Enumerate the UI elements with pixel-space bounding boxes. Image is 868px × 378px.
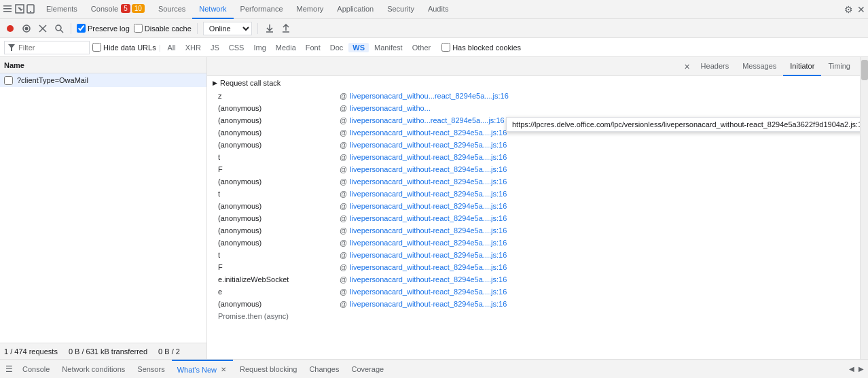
stack-link[interactable]: livepersonacard_witho...react_8294e5a...… — [350, 116, 504, 124]
tab-network[interactable]: Network — [192, 0, 233, 19]
stack-link[interactable]: livepersonacard_without-react_8294e5a...… — [350, 153, 507, 161]
stop-button[interactable] — [20, 22, 33, 35]
stack-row-4[interactable]: (anonymous) @ livepersonacard_without-re… — [207, 139, 860, 151]
stack-link[interactable]: livepersonacard_without-react_8294e5a...… — [350, 251, 507, 259]
stack-link[interactable]: livepersonacard_without-react_8294e5a...… — [350, 190, 507, 198]
tab-elements[interactable]: Elements — [39, 0, 84, 19]
stack-row-3[interactable]: (anonymous) @ livepersonacard_without-re… — [207, 126, 860, 139]
filter-input[interactable] — [18, 44, 86, 52]
panel-close-button[interactable]: × — [680, 60, 693, 73]
stack-link[interactable]: livepersonacard_withou...react_8294e5a..… — [350, 92, 509, 100]
devtools-device-icon[interactable] — [26, 4, 35, 15]
export-button[interactable] — [280, 22, 292, 35]
stack-row-12[interactable]: (anonymous) @ livepersonacard_without-re… — [207, 237, 860, 249]
disable-cache-checkbox[interactable]: Disable cache — [134, 24, 192, 33]
stack-link[interactable]: livepersonacard_without-react_8294e5a...… — [350, 239, 507, 247]
filter-all[interactable]: All — [164, 43, 180, 52]
panel-tab-headers[interactable]: Headers — [694, 57, 736, 76]
panel-tab-initiator[interactable]: Initiator — [783, 57, 821, 76]
bottom-tab-sensors[interactable]: Sensors — [132, 360, 170, 379]
filter-ws[interactable]: WS — [348, 43, 369, 52]
bottom-tab-changes[interactable]: Changes — [304, 360, 344, 379]
stack-link[interactable]: livepersonacard_without-react_8294e5a...… — [350, 128, 507, 137]
panel-tab-timing[interactable]: Timing — [821, 57, 857, 76]
stack-row-1[interactable]: (anonymous) @ livepersonacard_witho... — [207, 102, 860, 114]
stack-row-13[interactable]: t @ livepersonacard_without-react_8294e5… — [207, 249, 860, 261]
search-button[interactable] — [53, 22, 65, 35]
stack-link[interactable]: livepersonacard_without-react_8294e5a...… — [350, 202, 507, 210]
stack-link[interactable]: livepersonacard_without-react_8294e5a...… — [350, 263, 507, 271]
close-devtools-icon[interactable]: ✕ — [857, 4, 865, 15]
filter-xhr[interactable]: XHR — [181, 43, 205, 52]
stack-row-14[interactable]: F @ livepersonacard_without-react_8294e5… — [207, 261, 860, 273]
stack-row-5[interactable]: t @ livepersonacard_without-react_8294e5… — [207, 151, 860, 163]
svg-rect-2 — [3, 11, 12, 12]
bottom-tab-request-blocking[interactable]: Request blocking — [234, 360, 302, 379]
stack-link[interactable]: livepersonacard_without-react_8294e5a...… — [350, 300, 507, 308]
stack-link[interactable]: livepersonacard_without-react_8294e5a...… — [350, 141, 507, 149]
stack-row-2[interactable]: (anonymous) @ livepersonacard_witho...re… — [207, 114, 860, 126]
bottom-tab-console[interactable]: Console — [17, 360, 55, 379]
tab-memory[interactable]: Memory — [290, 0, 331, 19]
stack-func: t — [218, 153, 337, 161]
preserve-log-checkbox[interactable]: Preserve log — [77, 24, 130, 33]
whats-new-close[interactable]: ✕ — [219, 365, 228, 374]
clear-button[interactable] — [37, 22, 49, 35]
bottom-tab-coverage[interactable]: Coverage — [346, 360, 389, 379]
tab-application[interactable]: Application — [330, 0, 380, 19]
settings-icon[interactable]: ⚙ — [844, 4, 853, 15]
status-size: 0 B / 2 — [158, 347, 180, 356]
nav-arrow-right[interactable]: ▶ — [857, 360, 865, 379]
stack-link[interactable]: livepersonacard_without-react_8294e5a...… — [350, 165, 507, 173]
file-list[interactable]: ?clientType=OwaMail — [0, 73, 206, 343]
file-item[interactable]: ?clientType=OwaMail — [0, 73, 206, 87]
file-item-checkbox[interactable] — [4, 76, 13, 85]
stack-link[interactable]: livepersonacard_without-react_8294e5a...… — [350, 214, 507, 222]
tab-console[interactable]: Console 5 10 — [84, 0, 151, 19]
stack-row-16[interactable]: e @ livepersonacard_without-react_8294e5… — [207, 286, 860, 298]
stack-row-7[interactable]: (anonymous) @ livepersonacard_without-re… — [207, 175, 860, 188]
scrollbar-area[interactable] — [860, 57, 868, 359]
tab-performance[interactable]: Performance — [234, 0, 290, 19]
stack-row-9[interactable]: (anonymous) @ livepersonacard_without-re… — [207, 200, 860, 212]
filter-font[interactable]: Font — [302, 43, 325, 52]
filter-js[interactable]: JS — [206, 43, 223, 52]
tab-security[interactable]: Security — [380, 0, 421, 19]
record-button[interactable] — [4, 22, 16, 35]
stack-func: e.initializeWebSocket — [218, 275, 337, 284]
has-blocked-cookies-checkbox[interactable]: Has blocked cookies — [441, 43, 521, 52]
stack-row-15[interactable]: e.initializeWebSocket @ livepersonacard_… — [207, 273, 860, 286]
hide-data-urls-checkbox[interactable]: Hide data URLs — [92, 43, 156, 52]
import-button[interactable] — [264, 22, 276, 35]
stack-link[interactable]: livepersonacard_without-react_8294e5a...… — [350, 226, 507, 235]
stack-row-10[interactable]: (anonymous) @ livepersonacard_without-re… — [207, 212, 860, 224]
devtools-inspect-icon[interactable] — [15, 4, 24, 15]
stack-row-8[interactable]: t @ livepersonacard_without-react_8294e5… — [207, 188, 860, 200]
svg-point-11 — [56, 25, 61, 31]
nav-arrow-left[interactable]: ◀ — [848, 360, 856, 379]
stack-row-6[interactable]: F @ livepersonacard_without-react_8294e5… — [207, 163, 860, 175]
tab-sources[interactable]: Sources — [151, 0, 192, 19]
svg-point-5 — [30, 11, 31, 12]
stack-row-17[interactable]: (anonymous) @ livepersonacard_without-re… — [207, 298, 860, 310]
panel-tab-messages[interactable]: Messages — [736, 57, 783, 76]
stack-row-11[interactable]: (anonymous) @ livepersonacard_without-re… — [207, 224, 860, 237]
filter-doc[interactable]: Doc — [326, 43, 348, 52]
network-conditions-label: Network conditions — [62, 365, 125, 373]
throttle-select[interactable]: Online Fast 3G Slow 3G Offline — [203, 22, 252, 35]
tab-audits[interactable]: Audits — [421, 0, 456, 19]
stack-link[interactable]: livepersonacard_without-react_8294e5a...… — [350, 177, 507, 186]
stack-link[interactable]: livepersonacard_without-react_8294e5a...… — [350, 275, 507, 284]
stack-link[interactable]: livepersonacard_without-react_8294e5a...… — [350, 288, 507, 296]
bottom-tab-whats-new[interactable]: What's New ✕ — [172, 360, 233, 379]
stack-link[interactable]: livepersonacard_witho... — [350, 104, 431, 112]
filter-manifest[interactable]: Manifest — [370, 43, 407, 52]
filter-other[interactable]: Other — [408, 43, 435, 52]
bottom-menu-icon[interactable]: ☰ — [3, 363, 16, 375]
bottom-tab-network-conditions[interactable]: Network conditions — [56, 360, 130, 379]
devtools-menu-icon[interactable] — [3, 4, 12, 15]
filter-css[interactable]: CSS — [225, 43, 249, 52]
filter-media[interactable]: Media — [272, 43, 300, 52]
filter-img[interactable]: Img — [249, 43, 270, 52]
stack-row-0[interactable]: z @ livepersonacard_withou...react_8294e… — [207, 90, 860, 102]
